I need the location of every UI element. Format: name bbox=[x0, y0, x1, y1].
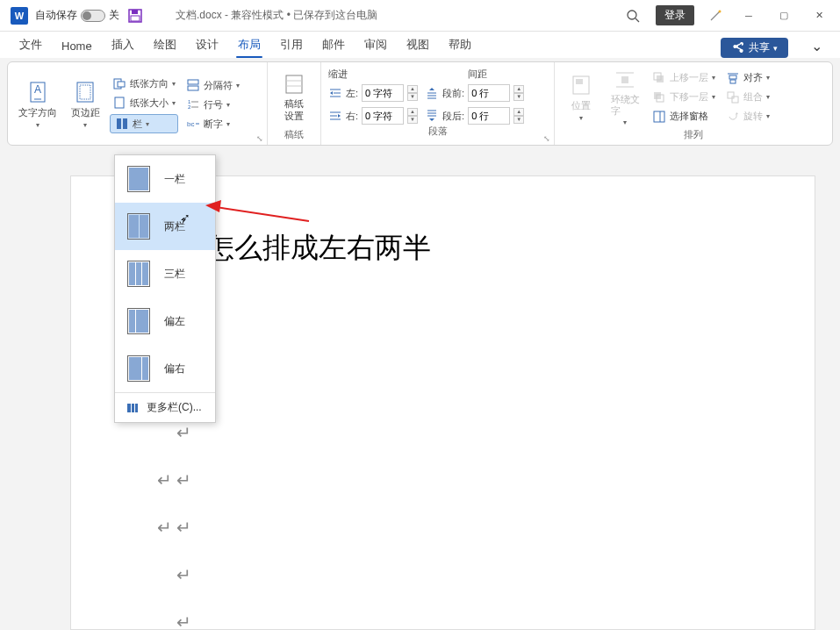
position-button: 位置▾ bbox=[562, 66, 600, 128]
indent-right-input[interactable] bbox=[362, 107, 404, 125]
spinner[interactable]: ▲▼ bbox=[407, 85, 418, 101]
paragraph-mark: ↵ bbox=[176, 612, 191, 630]
svg-marker-60 bbox=[205, 200, 221, 212]
tab-review[interactable]: 审阅 bbox=[355, 33, 396, 58]
ribbon: A 文字方向 ▾ 页边距 ▾ 纸张方向▾ 纸张大小▾ bbox=[7, 61, 833, 146]
indent-right-label: 右: bbox=[346, 110, 358, 123]
breaks-icon bbox=[186, 78, 200, 92]
columns-button[interactable]: 栏▾ bbox=[110, 114, 178, 133]
manuscript-icon bbox=[282, 72, 306, 97]
tab-layout[interactable]: 布局 bbox=[229, 33, 269, 58]
paper-size-icon bbox=[112, 96, 126, 110]
svg-rect-56 bbox=[127, 404, 131, 412]
selection-pane-button[interactable]: 选择窗格 bbox=[650, 109, 718, 125]
tab-view[interactable]: 视图 bbox=[398, 33, 438, 58]
columns-option-left[interactable]: 偏左 bbox=[115, 297, 215, 345]
svg-rect-16 bbox=[123, 118, 127, 129]
tab-references[interactable]: 引用 bbox=[271, 33, 312, 58]
bring-forward-icon bbox=[652, 71, 666, 85]
tab-draw[interactable]: 绘图 bbox=[145, 33, 185, 58]
wrap-text-button: 环绕文 字▾ bbox=[606, 66, 644, 128]
paragraph-mark: ↵ bbox=[176, 422, 191, 443]
svg-rect-13 bbox=[118, 82, 125, 87]
spinner[interactable]: ▲▼ bbox=[407, 108, 418, 124]
autosave-toggle[interactable]: 自动保存 关 bbox=[35, 8, 119, 23]
columns-option-two[interactable]: 两栏 bbox=[115, 203, 215, 250]
tab-insert[interactable]: 插入 bbox=[103, 33, 143, 58]
group-objects-button: 组合▾ bbox=[723, 89, 772, 105]
hyphenation-label: 断字 bbox=[204, 118, 223, 131]
paper-size-button[interactable]: 纸张大小▾ bbox=[110, 95, 178, 111]
maximize-button[interactable]: ▢ bbox=[766, 10, 801, 21]
svg-rect-42 bbox=[621, 76, 628, 83]
page-setup-launcher-icon[interactable]: ⤡ bbox=[256, 134, 263, 143]
hyphenation-button[interactable]: bc 断字▾ bbox=[183, 116, 242, 132]
ribbon-tabs: 文件 Home 插入 绘图 设计 布局 引用 邮件 审阅 视图 帮助 共享 ▾ … bbox=[0, 32, 840, 58]
magic-wand-icon[interactable] bbox=[708, 9, 722, 23]
more-columns-icon bbox=[126, 401, 140, 415]
indent-left-input[interactable] bbox=[362, 84, 404, 102]
space-before[interactable]: 段前: ▲▼ bbox=[425, 84, 524, 102]
svg-rect-53 bbox=[730, 80, 736, 83]
svg-point-3 bbox=[628, 11, 636, 19]
title-bar: W 自动保存 关 文档.docx - 兼容性模式 • 已保存到这台电脑 登录 ─… bbox=[0, 0, 840, 32]
group-title-paragraph: 段落 bbox=[328, 125, 547, 140]
margins-label: 页边距 bbox=[71, 106, 100, 119]
svg-text:2: 2 bbox=[188, 104, 191, 110]
spinner[interactable]: ▲▼ bbox=[513, 108, 524, 124]
align-icon bbox=[726, 71, 740, 85]
svg-line-5 bbox=[711, 11, 720, 20]
close-button[interactable]: ✕ bbox=[801, 10, 836, 21]
align-button[interactable]: 对齐▾ bbox=[723, 70, 772, 86]
tab-home[interactable]: Home bbox=[53, 36, 101, 58]
columns-option-right[interactable]: 偏右 bbox=[115, 345, 215, 392]
share-button[interactable]: 共享 ▾ bbox=[721, 38, 788, 58]
space-after-icon bbox=[425, 109, 439, 123]
tab-design[interactable]: 设计 bbox=[187, 33, 227, 58]
spinner[interactable]: ▲▼ bbox=[513, 85, 524, 101]
space-before-input[interactable] bbox=[468, 84, 510, 102]
svg-rect-14 bbox=[115, 97, 124, 108]
indent-left[interactable]: 左: ▲▼ bbox=[328, 84, 418, 102]
svg-rect-57 bbox=[132, 404, 134, 412]
svg-line-4 bbox=[635, 18, 639, 22]
space-after[interactable]: 段后: ▲▼ bbox=[425, 107, 524, 125]
paragraph-mark: ↵ bbox=[176, 564, 191, 585]
more-columns-label: 更多栏(C)... bbox=[147, 400, 202, 415]
margins-button[interactable]: 页边距 ▾ bbox=[66, 66, 104, 143]
group-icon bbox=[726, 90, 740, 104]
space-after-input[interactable] bbox=[468, 107, 510, 125]
margins-icon bbox=[73, 80, 97, 104]
columns-more-option[interactable]: 更多栏(C)... bbox=[115, 392, 215, 422]
line-numbers-button[interactable]: 12 行号▾ bbox=[183, 97, 242, 112]
group-manuscript: 稿纸 设置 稿纸 bbox=[268, 62, 321, 145]
indent-right[interactable]: 右: ▲▼ bbox=[328, 107, 418, 125]
svg-text:A: A bbox=[34, 83, 41, 96]
tab-file[interactable]: 文件 bbox=[11, 33, 51, 58]
columns-option-one[interactable]: 一栏 bbox=[115, 155, 215, 203]
login-button[interactable]: 登录 bbox=[656, 5, 694, 25]
text-direction-button[interactable]: A 文字方向 ▾ bbox=[15, 66, 61, 143]
three-column-icon bbox=[127, 261, 150, 287]
search-icon[interactable] bbox=[626, 9, 640, 23]
line-numbers-icon: 12 bbox=[186, 97, 200, 111]
save-icon[interactable] bbox=[128, 9, 142, 23]
manuscript-settings-button[interactable]: 稿纸 设置 bbox=[275, 66, 313, 128]
svg-rect-58 bbox=[135, 404, 138, 412]
group-paragraph: 缩进 间距 左: ▲▼ 段前: ▲▼ bbox=[321, 62, 555, 145]
tab-mail[interactable]: 邮件 bbox=[313, 33, 354, 58]
group-title-manuscript: 稿纸 bbox=[275, 128, 313, 143]
collapse-ribbon-button[interactable]: ⌄ bbox=[804, 34, 829, 58]
tab-help[interactable]: 帮助 bbox=[440, 33, 480, 58]
minimize-button[interactable]: ─ bbox=[731, 11, 766, 21]
breaks-button[interactable]: 分隔符▾ bbox=[183, 77, 242, 93]
orientation-button[interactable]: 纸张方向▾ bbox=[110, 75, 178, 91]
paragraph-launcher-icon[interactable]: ⤡ bbox=[543, 134, 550, 143]
columns-option-three[interactable]: 三栏 bbox=[115, 250, 215, 297]
orientation-icon bbox=[112, 76, 126, 90]
svg-rect-52 bbox=[729, 75, 736, 79]
svg-rect-18 bbox=[188, 86, 198, 90]
text-direction-icon: A bbox=[25, 80, 50, 104]
share-icon bbox=[731, 41, 745, 55]
autosave-switch-icon[interactable] bbox=[81, 10, 105, 22]
